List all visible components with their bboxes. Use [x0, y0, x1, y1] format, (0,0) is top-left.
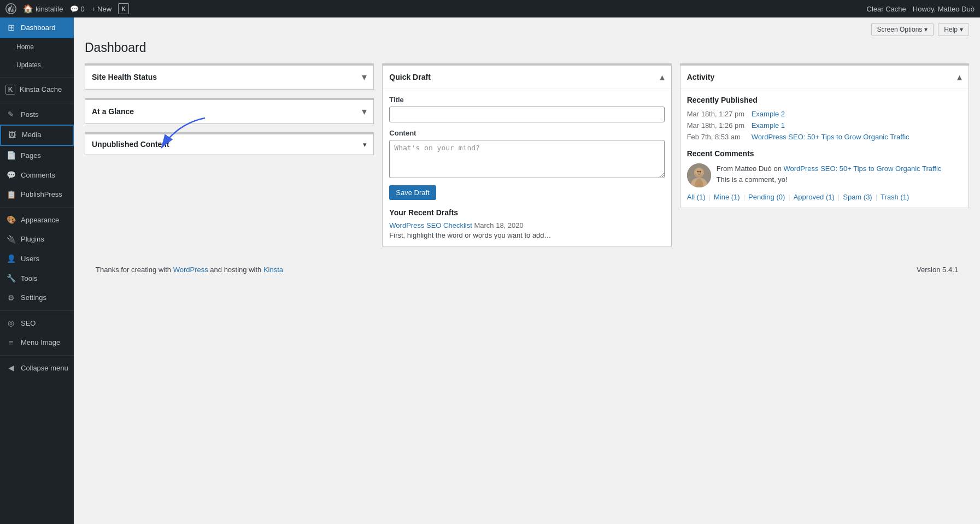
sidebar-item-menu-image[interactable]: ≡ Menu Image [0, 333, 74, 353]
sidebar-item-updates[interactable]: Updates [0, 56, 74, 74]
settings-icon: ⚙ [5, 293, 16, 304]
wordpress-link[interactable]: WordPress [173, 266, 208, 274]
comment-body: This is a comment, yo! [717, 175, 788, 184]
draft-content-textarea[interactable] [389, 140, 664, 178]
publishpress-icon: 📋 [5, 190, 16, 201]
unpublished-content-widget: Unpublished Content ▾ [85, 132, 374, 155]
sidebar-item-appearance[interactable]: 🎨 Appearance [0, 210, 74, 230]
screen-options-label: Screen Options [877, 26, 923, 33]
tools-label: Tools [21, 274, 37, 284]
sidebar-item-home[interactable]: Home [0, 38, 74, 56]
sidebar-item-plugins[interactable]: 🔌 Plugins [0, 230, 74, 250]
dashboard-icon: ⊞ [5, 22, 16, 34]
home-label: Home [16, 43, 34, 52]
activity-link-1[interactable]: Example 2 [752, 110, 785, 118]
collapse-icon: ◀ [5, 363, 16, 374]
draft-title-input[interactable] [389, 107, 664, 122]
activity-date-2: Mar 18th, 1:26 pm [687, 121, 747, 129]
screen-options-button[interactable]: Screen Options ▾ [871, 23, 934, 36]
site-health-header[interactable]: Site Health Status [85, 66, 373, 89]
comment-text: From Matteo Duò on WordPress SEO: 50+ Ti… [717, 163, 942, 187]
unpublished-toggle-btn[interactable]: ▾ [363, 140, 367, 149]
page-title: Dashboard [85, 40, 969, 55]
menu-separator-1 [0, 77, 74, 78]
unpublished-content-title: Unpublished Content [92, 140, 169, 149]
at-a-glance-header[interactable]: At a Glance [85, 100, 373, 123]
wp-logo-icon [5, 3, 16, 14]
avatar-image [687, 163, 711, 187]
sidebar-item-settings[interactable]: ⚙ Settings [0, 289, 74, 308]
draft-link[interactable]: WordPress SEO Checklist [389, 221, 472, 229]
comment-approved-link[interactable]: Approved (1) [794, 193, 835, 201]
at-a-glance-widget: At a Glance [85, 98, 374, 124]
sidebar-item-kinsta-cache[interactable]: K Kinsta Cache [0, 80, 74, 99]
pages-icon: 📄 [5, 150, 16, 161]
comment-item: From Matteo Duò on WordPress SEO: 50+ Ti… [687, 163, 962, 187]
quick-draft-body: Title Content Save Draft Your Recent Dra… [383, 89, 671, 246]
activity-toggle[interactable] [957, 71, 962, 83]
screen-options-bar: Screen Options ▾ Help ▾ [85, 23, 969, 36]
updates-label: Updates [16, 61, 41, 70]
site-health-toggle[interactable] [362, 71, 367, 83]
activity-body: Recently Published Mar 18th, 1:27 pm Exa… [680, 89, 969, 208]
screen-options-chevron-icon: ▾ [924, 26, 928, 33]
at-a-glance-toggle[interactable] [362, 105, 367, 117]
tools-icon: 🔧 [5, 273, 16, 284]
sidebar-item-tools[interactable]: 🔧 Tools [0, 269, 74, 289]
unpublished-chevron-icon: ▾ [363, 140, 367, 149]
sidebar-item-media[interactable]: 🖼 Media [0, 125, 74, 146]
kinsta-link[interactable]: Kinsta [263, 266, 283, 274]
dashboard-grid: Site Health Status At a Glance [85, 63, 969, 246]
howdy-user: Howdy, Matteo Duò [913, 5, 975, 13]
appearance-label: Appearance [21, 215, 59, 225]
sidebar-item-posts[interactable]: ✎ Posts [0, 105, 74, 125]
menu-separator-5 [0, 355, 74, 356]
recently-published-title: Recently Published [687, 96, 962, 104]
comment-spam-link[interactable]: Spam (3) [843, 193, 872, 201]
unpublished-content-header[interactable]: Unpublished Content ▾ [85, 134, 373, 155]
appearance-icon: 🎨 [5, 215, 16, 226]
save-draft-button[interactable]: Save Draft [389, 185, 436, 200]
posts-label: Posts [21, 110, 39, 120]
comment-mine-link[interactable]: Mine (1) [714, 193, 740, 201]
clear-cache-link[interactable]: Clear Cache [867, 5, 906, 13]
arrow-annotation-container: Site Health Status At a Glance [85, 63, 969, 246]
comment-from: From Matteo Duò on [717, 164, 784, 173]
comments-link[interactable]: 💬 0 [70, 5, 85, 13]
wp-logo-link[interactable] [5, 3, 16, 14]
new-content-link[interactable]: + New [91, 5, 112, 13]
kinsta-icon-link[interactable]: K [118, 3, 129, 14]
version-label: Version 5.4.1 [917, 266, 958, 274]
activity-link-3[interactable]: WordPress SEO: 50+ Tips to Grow Organic … [752, 133, 909, 141]
sidebar-item-pages[interactable]: 📄 Pages [0, 146, 74, 166]
collapse-label: Collapse menu [21, 363, 68, 373]
quick-draft-header[interactable]: Quick Draft [383, 66, 671, 89]
svg-point-10 [699, 171, 701, 173]
kinsta-icon: K [118, 3, 129, 14]
help-button[interactable]: Help ▾ [938, 23, 969, 36]
thanks-text: Thanks for creating with [96, 266, 171, 274]
activity-date-3: Feb 7th, 8:53 am [687, 133, 747, 141]
media-label: Media [22, 130, 41, 140]
quick-draft-toggle[interactable] [660, 71, 665, 83]
sidebar-item-comments[interactable]: 💬 Comments [0, 166, 74, 185]
recent-comments-title: Recent Comments [687, 149, 962, 158]
sidebar-item-dashboard[interactable]: ⊞ Dashboard [0, 17, 74, 38]
activity-link-2[interactable]: Example 1 [752, 121, 785, 129]
comment-pending-link[interactable]: Pending (0) [748, 193, 785, 201]
sidebar-item-publishpress[interactable]: 📋 PublishPress [0, 185, 74, 205]
menu-image-icon: ≡ [5, 338, 16, 349]
activity-header[interactable]: Activity [680, 66, 969, 89]
sidebar-item-collapse[interactable]: ◀ Collapse menu [0, 358, 74, 378]
comment-all-link[interactable]: All (1) [687, 193, 706, 201]
site-health-widget: Site Health Status [85, 63, 374, 90]
site-name-link[interactable]: 🏠 kinstalife [23, 4, 63, 14]
comment-post-link[interactable]: WordPress SEO: 50+ Tips to Grow Organic … [783, 164, 941, 173]
draft-excerpt: First, highlight the word or words you w… [389, 231, 664, 239]
sidebar-item-seo[interactable]: ◎ SEO [0, 314, 74, 333]
sidebar-item-users[interactable]: 👤 Users [0, 249, 74, 269]
comments-icon: 💬 [5, 170, 16, 181]
activity-item-2: Mar 18th, 1:26 pm Example 1 [687, 121, 962, 129]
comment-trash-link[interactable]: Trash (1) [881, 193, 909, 201]
left-column: Site Health Status At a Glance [85, 63, 374, 155]
